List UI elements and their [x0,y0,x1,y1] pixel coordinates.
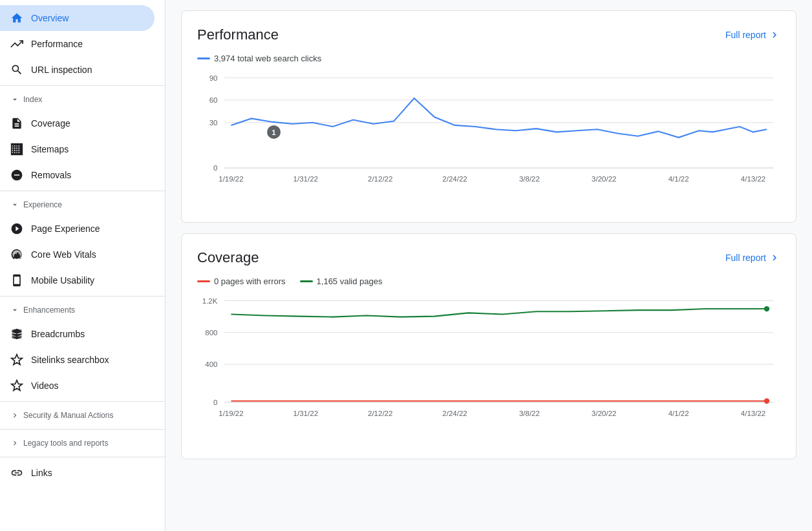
divider-3 [0,296,165,297]
svg-marker-0 [12,355,23,365]
sidebar-item-url-inspection[interactable]: URL inspection [0,57,155,83]
sidebar-links-label: Links [31,468,52,478]
chevron-down-icon [10,95,19,104]
sidebar-item-performance[interactable]: Performance [0,31,155,57]
svg-text:3/8/22: 3/8/22 [519,175,540,183]
sidebar-item-videos[interactable]: Videos [0,373,155,399]
svg-text:1/31/22: 1/31/22 [294,410,318,417]
divider-4 [0,401,165,402]
svg-text:90: 90 [209,74,218,82]
performance-title: Performance [197,26,279,43]
sidebar-item-mobile-usability[interactable]: Mobile Usability [0,267,155,293]
sidebar-item-coverage[interactable]: Coverage [0,110,155,136]
section-experience-label: Experience [23,200,62,209]
performance-full-report-label: Full report [725,30,766,40]
home-icon [10,12,23,25]
sidebar-performance-label: Performance [31,39,83,49]
chevron-down-icon-3 [10,306,19,315]
svg-text:0: 0 [213,164,217,172]
svg-text:1: 1 [272,129,276,136]
sidebar-item-page-experience[interactable]: Page Experience [0,216,155,242]
svg-text:1.2K: 1.2K [202,297,218,304]
mobile-icon [10,274,23,287]
sidebar-item-removals[interactable]: Removals [0,162,155,188]
svg-text:30: 30 [209,119,218,127]
section-header-index[interactable]: Index [0,88,165,110]
performance-legend-line [197,57,210,59]
coverage-legend-valid: 1,165 valid pages [300,276,383,286]
valid-end-dot [764,306,769,311]
sidebar-item-overview[interactable]: Overview [0,5,155,31]
coverage-full-report-link[interactable]: Full report [725,252,780,264]
sidebar-url-inspection-label: URL inspection [31,65,92,75]
svg-text:1/19/22: 1/19/22 [219,410,243,417]
svg-text:60: 60 [209,96,218,104]
svg-text:4/1/22: 4/1/22 [668,410,689,417]
sidebar-item-sitemaps[interactable]: Sitemaps [0,136,155,162]
svg-text:3/20/22: 3/20/22 [592,175,616,183]
svg-text:0: 0 [213,399,217,406]
performance-legend: 3,974 total web search clicks [197,54,780,63]
coverage-title: Coverage [197,249,259,266]
coverage-valid-text: 1,165 valid pages [317,276,383,286]
coverage-legend-errors: 0 pages with errors [197,276,286,286]
svg-text:2/24/22: 2/24/22 [442,410,467,417]
sidebar-overview-label: Overview [31,13,69,23]
sidebar-breadcrumbs-label: Breadcrumbs [31,329,85,339]
performance-full-report-link[interactable]: Full report [725,29,780,41]
performance-card-header: Performance Full report [197,26,780,43]
sidebar-item-breadcrumbs[interactable]: Breadcrumbs [0,321,155,347]
svg-marker-1 [12,380,23,391]
sidebar-mobile-usability-label: Mobile Usability [31,275,94,286]
link-icon [10,466,23,479]
breadcrumbs-icon [10,328,23,340]
svg-text:2/24/22: 2/24/22 [442,175,467,183]
section-header-experience[interactable]: Experience [0,194,165,216]
svg-text:2/12/22: 2/12/22 [368,175,392,183]
section-header-enhancements[interactable]: Enhancements [0,299,165,321]
svg-text:4/13/22: 4/13/22 [741,410,765,417]
sidebar-sitemaps-label: Sitemaps [31,144,69,154]
sidebar-item-core-web-vitals[interactable]: Core Web Vitals [0,242,155,267]
sidebar-videos-label: Videos [31,380,59,391]
videos-icon [10,379,23,392]
search-icon [10,63,23,76]
section-legacy-label: Legacy tools and reports [23,439,108,448]
divider-5 [0,429,165,430]
errors-end-dot [764,398,769,403]
chevron-right-icon [10,411,19,420]
chevron-down-icon-2 [10,200,19,209]
sidebar-page-experience-label: Page Experience [31,224,100,234]
gauge-icon [10,248,23,261]
main-content: Performance Full report 3,974 total web … [166,0,812,531]
sidebar: Overview Performance URL inspection Inde… [0,0,166,531]
trending-up-icon [10,37,23,50]
performance-chart-svg: 90 60 30 0 1 1/19/22 1/31/22 2/12/22 2/2… [197,71,780,207]
sidebar-sitelinks-label: Sitelinks searchbox [31,355,109,365]
svg-text:3/8/22: 3/8/22 [519,410,540,417]
valid-legend-line [300,280,313,282]
sidebar-item-sitelinks-searchbox[interactable]: Sitelinks searchbox [0,347,155,373]
coverage-full-report-label: Full report [725,253,766,263]
sidebar-core-web-vitals-label: Core Web Vitals [31,249,96,260]
chevron-right-icon-cov [769,252,780,264]
section-header-security[interactable]: Security & Manual Actions [0,404,165,426]
coverage-legend: 0 pages with errors 1,165 valid pages [197,276,780,286]
chevron-right-icon-2 [10,439,19,448]
svg-text:1/31/22: 1/31/22 [294,175,318,183]
coverage-card-header: Coverage Full report [197,249,780,266]
removals-icon [10,169,23,182]
svg-text:3/20/22: 3/20/22 [592,410,616,417]
coverage-errors-text: 0 pages with errors [214,276,286,286]
sidebar-item-links[interactable]: Links [0,460,155,486]
section-header-legacy[interactable]: Legacy tools and reports [0,432,165,454]
doc-icon [10,117,23,130]
svg-text:1/19/22: 1/19/22 [219,175,243,183]
performance-legend-item: 3,974 total web search clicks [197,54,321,63]
coverage-card: Coverage Full report 0 pages with errors… [181,233,796,459]
coverage-chart: 1.2K 800 400 0 1/19/22 1/31/22 2/12/22 2… [197,294,780,443]
svg-text:800: 800 [205,329,217,337]
sidebar-removals-label: Removals [31,170,71,180]
coverage-chart-svg: 1.2K 800 400 0 1/19/22 1/31/22 2/12/22 2… [197,294,780,443]
svg-text:4/13/22: 4/13/22 [741,175,765,183]
